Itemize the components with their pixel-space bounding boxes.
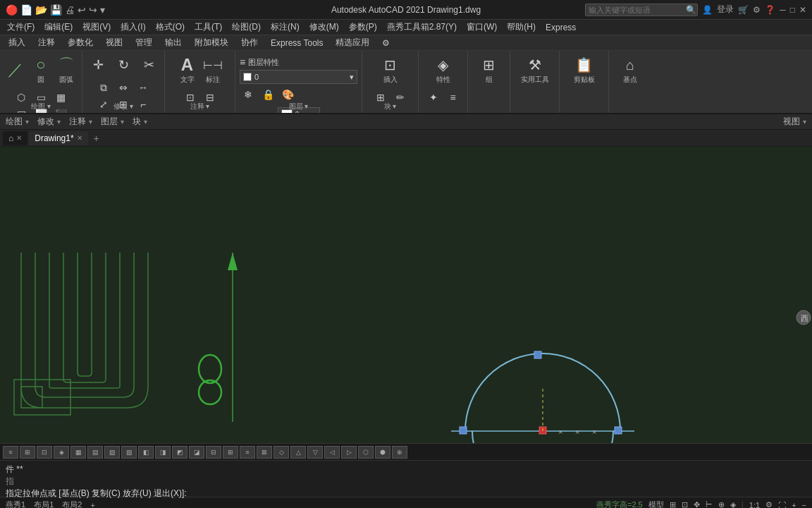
layout2-tab-btn[interactable]: 布局2	[62, 500, 82, 508]
ribbon-tab-Express Tools[interactable]: Express Tools	[265, 37, 328, 49]
rb-modify[interactable]: 修改 ▾	[37, 116, 61, 128]
ribbon-tab-输出[interactable]: 输出	[159, 35, 187, 50]
help-icon[interactable]: ❓	[765, 5, 775, 15]
strip-icon-4[interactable]: ◈	[54, 446, 69, 459]
strip-icon-20[interactable]: ◁	[324, 446, 340, 459]
strip-icon-13[interactable]: ⊟	[206, 446, 221, 459]
ortho-btn[interactable]: ⊢	[706, 500, 713, 508]
model-btn[interactable]: 模型	[648, 500, 664, 508]
menubar-item-燕秀工具箱2.87Y[interactable]: 燕秀工具箱2.87(Y)	[383, 20, 461, 35]
drawing1-tab-close[interactable]: ✕	[77, 134, 82, 142]
ribbon-tab-视图[interactable]: 视图	[100, 35, 128, 50]
strip-icon-24[interactable]: ⊕	[392, 446, 407, 459]
snap-btn[interactable]: ⊡	[682, 500, 688, 508]
menubar-item-文件F[interactable]: 文件(F)	[3, 20, 39, 35]
menubar-item-帮助H[interactable]: 帮助(H)	[503, 20, 540, 35]
settings-icon[interactable]: ⚙	[753, 5, 761, 15]
ribbon-tab-参数化[interactable]: 参数化	[62, 35, 99, 50]
properties-btn[interactable]: ◈ 特性	[432, 54, 455, 86]
minimize-icon[interactable]: ─	[780, 5, 786, 15]
cmd-input[interactable]	[17, 477, 806, 487]
mirror-btn[interactable]: ⇔	[115, 79, 132, 96]
drawing1-tab[interactable]: Drawing1* ✕	[29, 131, 87, 145]
menubar-item-标注N[interactable]: 标注(N)	[266, 20, 304, 35]
model-tab-btn[interactable]: 燕秀1	[6, 500, 25, 508]
grid-btn[interactable]: ⊞	[670, 500, 676, 508]
insert-block-btn[interactable]: ⊡ 插入	[379, 54, 402, 86]
osnap-btn[interactable]: ◈	[730, 500, 736, 508]
zoom-out-btn[interactable]: −	[802, 501, 806, 509]
freeze-layer-btn[interactable]: ❄	[240, 86, 257, 103]
new-drawing-tab-btn[interactable]: +	[90, 131, 104, 145]
strip-icon-9[interactable]: ◧	[138, 446, 154, 459]
ribbon-tab-⚙[interactable]: ⚙	[376, 37, 395, 49]
strip-icon-5[interactable]: ▦	[70, 446, 86, 459]
user-icon[interactable]: 👤	[702, 5, 713, 15]
rotate-btn[interactable]: ↻	[112, 54, 135, 76]
menubar-item-修改M[interactable]: 修改(M)	[305, 20, 343, 35]
settings-btn[interactable]: ⚙	[765, 500, 773, 508]
layer-color-btn[interactable]: 🎨	[279, 86, 296, 103]
stretch-btn[interactable]: ↔	[135, 79, 152, 96]
strip-icon-22[interactable]: ⬡	[358, 446, 374, 459]
rb-layer[interactable]: 图层 ▾	[101, 116, 124, 128]
rb-draw[interactable]: 绘图 ▾	[6, 116, 29, 128]
polar-btn[interactable]: ⊕	[718, 500, 725, 508]
line-button[interactable]: ／	[4, 59, 27, 81]
menubar-item-插入I[interactable]: 插入(I)	[116, 20, 149, 35]
menubar-item-绘图D[interactable]: 绘图(D)	[228, 20, 265, 35]
new-icon[interactable]: 📄	[20, 4, 32, 16]
utils-btn[interactable]: ⚒ 实用工具	[519, 54, 550, 86]
circle-button[interactable]: ○ 圆	[30, 54, 52, 86]
home-tab[interactable]: ⌂ ✕	[3, 131, 27, 145]
strip-icon-3[interactable]: ⊡	[37, 446, 52, 459]
save-icon[interactable]: 💾	[50, 4, 62, 16]
new-layout-btn[interactable]: +	[90, 501, 94, 509]
strip-icon-6[interactable]: ▤	[87, 446, 103, 459]
strip-icon-14[interactable]: ⊞	[223, 446, 238, 459]
listbox-btn[interactable]: ≡	[445, 89, 462, 106]
scale-display[interactable]: 1:1	[749, 501, 760, 509]
ribbon-tab-协作[interactable]: 协作	[235, 35, 264, 50]
ribbon-tab-插入[interactable]: 插入	[3, 35, 31, 50]
login-button[interactable]: 登录	[717, 4, 734, 16]
print-icon[interactable]: 🖨	[65, 4, 75, 16]
layer-dropdown-arrow[interactable]: ▾	[350, 73, 354, 82]
text-btn[interactable]: A 文字	[176, 54, 199, 86]
group-btn[interactable]: ⊞ 组	[478, 54, 500, 86]
strip-icon-11[interactable]: ◩	[172, 446, 187, 459]
main-canvas-svg[interactable]: × × × 正交: 21.7516 < 270° 西	[0, 147, 812, 443]
menubar-item-工具T[interactable]: 工具(T)	[190, 20, 226, 35]
layer-props-label[interactable]: 图层特性	[248, 57, 279, 68]
home-tab-close[interactable]: ✕	[16, 134, 22, 142]
strip-icon-1[interactable]: ≡	[3, 446, 18, 459]
strip-icon-8[interactable]: ▨	[121, 446, 137, 459]
undo-icon[interactable]: ↩	[78, 4, 86, 16]
copy-btn[interactable]: ⧉	[95, 79, 112, 96]
trim-btn[interactable]: ✂	[137, 54, 160, 76]
strip-icon-16[interactable]: ⊠	[257, 446, 272, 459]
match-props-btn[interactable]: ✦	[425, 89, 442, 106]
basepoint-btn[interactable]: ⌂ 基点	[619, 54, 641, 86]
menubar-item-参数P[interactable]: 参数(P)	[345, 20, 381, 35]
menubar-item-Express[interactable]: Express	[541, 21, 580, 34]
rb-annotate[interactable]: 注释 ▾	[69, 116, 92, 128]
ribbon-tab-管理[interactable]: 管理	[130, 35, 158, 50]
ribbon-tab-注释[interactable]: 注释	[32, 35, 61, 50]
arc-button[interactable]: ⌒ 圆弧	[55, 54, 78, 86]
pan-btn[interactable]: ✥	[694, 500, 700, 508]
menubar-item-窗口W[interactable]: 窗口(W)	[462, 20, 501, 35]
menubar-item-格式O[interactable]: 格式(O)	[152, 20, 189, 35]
search-icon[interactable]: 🔍	[686, 5, 696, 15]
strip-icon-17[interactable]: ◇	[273, 446, 289, 459]
hatch-btn[interactable]: ▦	[52, 89, 69, 106]
ribbon-tab-附加模块[interactable]: 附加模块	[189, 35, 234, 50]
store-icon[interactable]: 🛒	[738, 5, 749, 15]
strip-icon-15[interactable]: ≡	[240, 446, 255, 459]
rb-view[interactable]: 视图 ▾	[783, 116, 806, 128]
ribbon-tab-精选应用[interactable]: 精选应用	[330, 35, 375, 50]
rb-block[interactable]: 块 ▾	[133, 116, 147, 128]
open-icon[interactable]: 📂	[35, 4, 47, 16]
workspace-icon[interactable]: ▾	[100, 4, 105, 16]
search-bar[interactable]: 🔍	[585, 4, 698, 16]
